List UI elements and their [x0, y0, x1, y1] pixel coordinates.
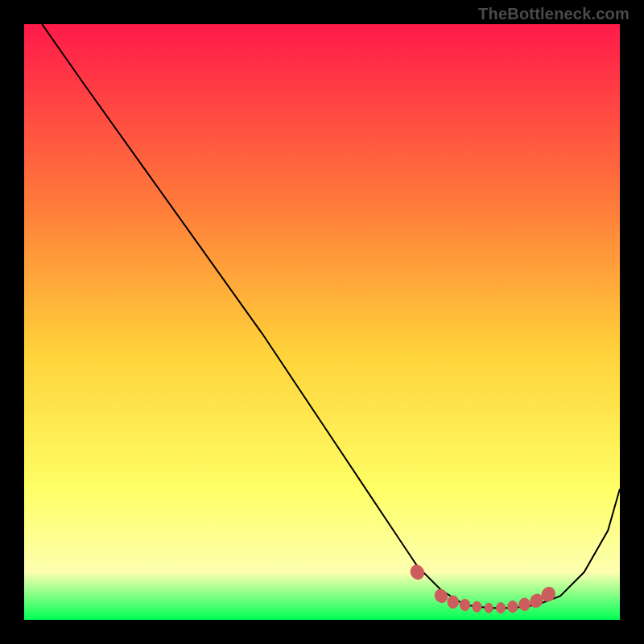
watermark-text: TheBottleneck.com	[478, 5, 630, 23]
curve-marker	[448, 596, 459, 609]
curve-marker	[496, 603, 505, 613]
gradient-background	[24, 24, 620, 620]
chart-svg	[24, 24, 620, 620]
curve-marker	[519, 598, 530, 611]
curve-marker	[460, 599, 469, 610]
plot-area	[24, 24, 620, 620]
curve-marker	[473, 601, 481, 612]
chart-container: TheBottleneck.com	[0, 0, 644, 644]
curve-marker	[508, 601, 518, 613]
curve-marker	[485, 603, 493, 613]
